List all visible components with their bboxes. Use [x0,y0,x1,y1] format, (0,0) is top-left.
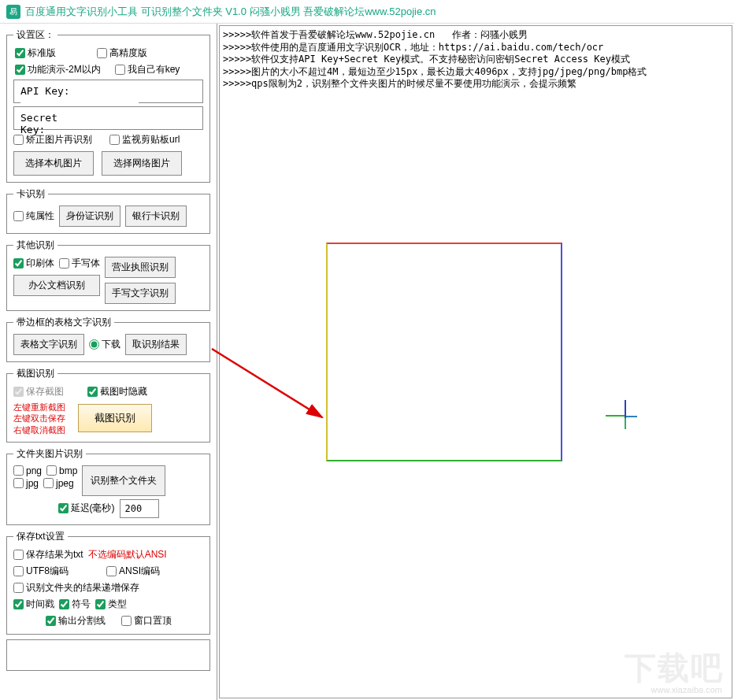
watermark-url: www.xiazaiba.com [651,685,722,694]
screenshot-button[interactable]: 截图识别 [78,404,152,432]
api-key-label: API Key: [20,85,82,97]
get-result-button[interactable]: 取识别结果 [125,334,187,355]
delay-input[interactable] [120,499,159,518]
download-radio[interactable]: 下载 [89,338,120,351]
top-window-checkbox[interactable]: 窗口置顶 [121,614,172,628]
settings-group: 设置区： 标准版 高精度版 功能演示-2M以内 我自己有key API Key:… [6,28,210,183]
bank-card-button[interactable]: 银行卡识别 [125,206,187,227]
own-key-checkbox[interactable]: 我自己有key [115,63,180,76]
screenshot-legend: 截图识别 [13,367,57,380]
standard-checkbox[interactable]: 标准版 [15,46,56,60]
other-group: 其他识别 印刷体 手写体 办公文档识别 营业执照识别 手写文字识别 [6,239,210,311]
screenshot-group: 截图识别 保存截图 截图时隐藏 左键重新截图 左键双击保存 右键取消截图 截图识… [6,367,210,443]
monitor-clipboard-checkbox[interactable]: 监视剪贴板url [109,133,180,146]
table-group: 带边框的表格文字识别 表格文字识别 下载 取识别结果 [6,316,210,362]
svg-line-0 [212,349,322,417]
folder-group: 文件夹图片识别 png bmp jpg jpeg 识别整个文件夹 延迟(毫秒) [6,447,210,525]
folder-legend: 文件夹图片识别 [13,447,86,461]
table-legend: 带边框的表格文字识别 [13,316,114,329]
jpg-checkbox[interactable]: jpg [13,478,39,489]
license-button[interactable]: 营业执照识别 [105,257,176,278]
timestamp-checkbox[interactable]: 时间戳 [13,598,54,611]
select-network-image-button[interactable]: 选择网络图片 [102,151,182,176]
status-bar [6,639,210,671]
utf8-checkbox[interactable]: UTF8编码 [13,565,69,578]
output-panel: >>>>>软件首发于吾爱破解论坛www.52pojie.cn 作者：闷骚小贱男 … [219,25,732,698]
txt-group: 保存txt设置 保存结果为txt 不选编码默认ANSI UTF8编码 ANSI编… [6,530,210,635]
hide-on-shot-checkbox[interactable]: 截图时隐藏 [87,385,147,398]
high-precision-checkbox[interactable]: 高精度版 [97,46,147,60]
select-local-image-button[interactable]: 选择本机图片 [13,151,94,176]
txt-legend: 保存txt设置 [13,530,68,543]
handwrite-button[interactable]: 手写文字识别 [105,283,176,304]
table-recog-button[interactable]: 表格文字识别 [13,334,84,355]
card-group: 卡识别 纯属性 身份证识别 银行卡识别 [6,187,210,234]
crosshair-ext-h-icon [626,416,637,417]
id-card-button[interactable]: 身份证识别 [59,206,120,227]
bmp-checkbox[interactable]: bmp [46,465,77,476]
settings-legend: 设置区： [13,28,57,42]
save-shot-checkbox: 保存截图 [13,385,64,398]
ansi-checkbox[interactable]: ANSI编码 [106,565,160,578]
watermark-text: 下载吧 [625,646,724,690]
jpeg-checkbox[interactable]: jpeg [43,478,74,489]
append-checkbox[interactable]: 识别文件夹的结果递增保存 [13,581,139,594]
app-logo-icon: 易 [6,5,20,19]
crosshair-ext-v-icon [625,418,626,429]
recog-folder-button[interactable]: 识别整个文件夹 [82,465,165,496]
titlebar: 易 百度通用文字识别小工具 可识别整个文件夹 V1.0 闷骚小贱男 吾爱破解论坛… [0,0,734,24]
encoding-hint: 不选编码默认ANSI [88,548,167,561]
save-as-txt-checkbox[interactable]: 保存结果为txt [13,548,83,561]
office-doc-button[interactable]: 办公文档识别 [13,275,100,296]
print-checkbox[interactable]: 印刷体 [13,257,54,270]
other-legend: 其他识别 [13,239,57,252]
card-legend: 卡识别 [13,187,48,201]
type-checkbox[interactable]: 类型 [95,598,127,611]
output-text: >>>>>软件首发于吾爱破解论坛www.52pojie.cn 作者：闷骚小贱男 … [220,26,732,94]
annotation-arrow-icon [196,337,338,431]
symbol-checkbox[interactable]: 符号 [59,598,91,611]
correct-rerecog-checkbox[interactable]: 矫正图片再识别 [13,133,92,146]
settings-panel: 设置区： 标准版 高精度版 功能演示-2M以内 我自己有key API Key:… [0,24,217,700]
sep-line-checkbox[interactable]: 输出分割线 [46,614,106,628]
handwrite-checkbox[interactable]: 手写体 [59,257,100,270]
png-checkbox[interactable]: png [13,465,42,476]
screenshot-hint: 左键重新截图 左键双击保存 右键取消截图 [13,402,65,435]
delay-checkbox[interactable]: 延迟(毫秒) [58,502,115,515]
window-title: 百度通用文字识别小工具 可识别整个文件夹 V1.0 闷骚小贱男 吾爱破解论坛ww… [25,5,436,19]
pure-attr-checkbox[interactable]: 纯属性 [13,209,54,223]
selection-rectangle [326,243,562,461]
demo-checkbox[interactable]: 功能演示-2M以内 [15,63,101,76]
secret-key-label: Secret Key: [20,112,82,135]
